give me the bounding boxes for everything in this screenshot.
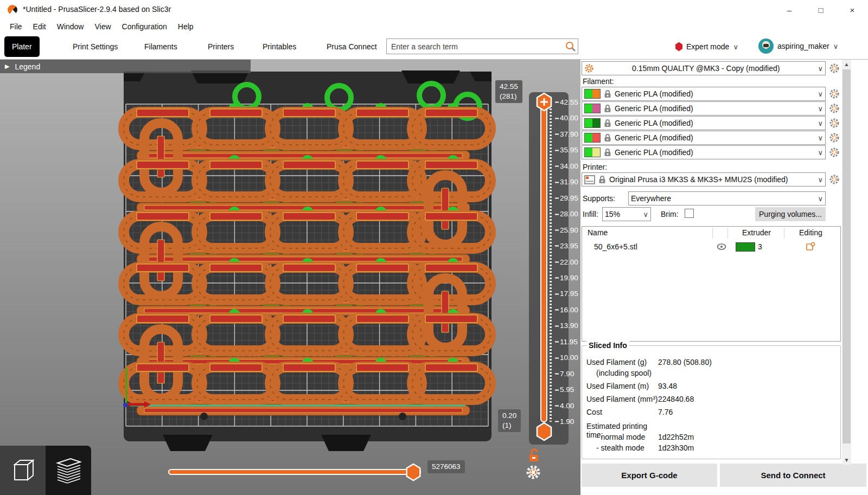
extruder-color-swatch[interactable] <box>736 242 755 252</box>
supports-combo[interactable]: Everywhere ∨ <box>628 191 826 205</box>
sliced-info-row: Used Filament (m)93.48 <box>586 382 836 390</box>
brim-checkbox[interactable] <box>685 209 694 218</box>
menu-item-view[interactable]: View <box>89 20 116 34</box>
layer-slider-bottom-handle[interactable] <box>535 422 553 441</box>
account-label: aspiring_maker <box>777 42 829 50</box>
filament-color-swatch <box>584 147 601 157</box>
tab-printers[interactable]: Printers <box>200 36 241 57</box>
purging-volumes-button[interactable]: Purging volumes... <box>755 207 826 221</box>
infill-combo[interactable]: 15% ∨ <box>602 207 651 221</box>
tab-plater[interactable]: Plater <box>4 36 40 57</box>
print-settings-combo[interactable]: 0.15mm QUALITY @MK3 - Copy (modified) ∨ <box>582 61 826 75</box>
menu-item-help[interactable]: Help <box>173 20 199 34</box>
col-name: Name <box>588 228 608 237</box>
printer-preset-value: Original Prusa i3 MK3S & MK3S+ MMU2S (mo… <box>609 175 814 184</box>
infill-value: 15% <box>605 210 640 218</box>
filament-name: Generic PLA (modified) <box>615 148 814 157</box>
filament-combo-1[interactable]: Generic PLA (modified)∨ <box>582 87 826 101</box>
printer-combo[interactable]: Original Prusa i3 MK3S & MK3S+ MMU2S (mo… <box>582 172 826 187</box>
chevron-down-icon: ∨ <box>643 210 648 218</box>
lock-icon <box>604 148 611 157</box>
filament-name: Generic PLA (modified) <box>615 133 814 142</box>
legend-expand-icon[interactable]: ▶ <box>5 63 9 70</box>
mode-selector[interactable]: Expert mode ∨ <box>675 38 738 55</box>
layer-tick-label: 28.00 <box>555 210 580 218</box>
scroll-down-icon[interactable]: ▼ <box>842 455 851 465</box>
object-row[interactable]: 50_6x6+5.stl 3 <box>582 241 840 254</box>
chevron-down-icon: ∨ <box>818 134 823 142</box>
printer-edit-gear[interactable] <box>829 174 840 185</box>
layer-tick-label: 29.95 <box>555 194 580 202</box>
mode-label: Expert mode <box>686 42 729 51</box>
tab-print-settings[interactable]: Print Settings <box>65 36 125 57</box>
filament-edit-gear-5[interactable] <box>829 147 840 158</box>
menu-item-edit[interactable]: Edit <box>28 20 52 34</box>
layer-tick-label: 4.00 <box>555 401 580 409</box>
filament-combo-5[interactable]: Generic PLA (modified)∨ <box>582 145 826 159</box>
window-title: *Untitled - PrusaSlicer-2.9.4 based on S… <box>23 5 171 14</box>
layer-tick-label: 7.90 <box>555 369 580 377</box>
supports-label: Supports: <box>583 194 615 203</box>
layer-tick-label: 42.55 <box>555 98 580 106</box>
layer-tick-label: 31.90 <box>555 178 580 186</box>
tab-filaments[interactable]: Filaments <box>137 36 185 57</box>
sidebar-scrollbar[interactable]: ▲ ▼ <box>842 60 851 465</box>
visibility-eye-icon[interactable] <box>717 243 726 250</box>
close-button[interactable]: × <box>837 0 868 20</box>
filament-edit-gear-1[interactable] <box>829 88 840 99</box>
print-settings-edit-gear[interactable] <box>829 63 840 74</box>
tab-prusa-connect[interactable]: Prusa Connect <box>319 36 385 57</box>
layer-tick-label: 10.00 <box>555 353 580 362</box>
move-slider-tooltip: 5276063 <box>427 460 465 473</box>
plater-3d-viewport[interactable]: ORIGINAL PRUSA i3 MK3 ▶ Legend 42.5540.0… <box>0 60 580 495</box>
chevron-down-icon: ∨ <box>733 43 738 51</box>
search-input[interactable] <box>387 42 564 51</box>
scrollbar-thumb[interactable] <box>843 69 851 443</box>
preview-view-button[interactable] <box>46 446 91 495</box>
minimize-button[interactable]: – <box>774 0 805 20</box>
layer-slider-ticks <box>550 102 552 422</box>
export-gcode-button[interactable]: Export G-code <box>582 464 717 487</box>
filament-combo-3[interactable]: Generic PLA (modified)∨ <box>582 116 826 130</box>
layer-tick-label: 23.95 <box>555 242 580 250</box>
scroll-up-icon[interactable]: ▲ <box>842 60 851 69</box>
layer-tick-label: 1.90 <box>555 417 580 426</box>
brim-label: Brim: <box>661 210 679 218</box>
filament-name: Generic PLA (modified) <box>615 89 814 98</box>
send-to-connect-button[interactable]: Send to Connect <box>720 464 866 487</box>
account-menu[interactable]: aspiring_maker ∨ <box>758 37 838 55</box>
filament-edit-gear-4[interactable] <box>829 132 840 143</box>
chevron-down-icon: ∨ <box>818 149 823 157</box>
search-icon[interactable] <box>564 40 578 53</box>
maximize-button[interactable]: □ <box>805 0 837 20</box>
menu-item-configuration[interactable]: Configuration <box>117 20 173 34</box>
search-box[interactable] <box>386 38 578 54</box>
layer-tick-label: 11.95 <box>555 337 580 345</box>
layer-slider-track[interactable] <box>540 101 547 422</box>
menu-item-file[interactable]: File <box>4 20 28 34</box>
chevron-down-icon: ∨ <box>818 65 823 73</box>
filament-edit-gear-3[interactable] <box>829 118 840 128</box>
filament-edit-gear-2[interactable] <box>829 103 840 114</box>
tab-printables[interactable]: Printables <box>255 36 304 57</box>
layer-slider-top-handle[interactable] <box>535 92 553 112</box>
sliced-info-row: Cost7.76 <box>586 408 836 416</box>
filament-color-swatch <box>584 104 601 113</box>
right-sidebar: 0.15mm QUALITY @MK3 - Copy (modified) ∨ … <box>580 60 868 495</box>
menu-item-window[interactable]: Window <box>52 20 90 34</box>
move-slider-handle[interactable] <box>405 463 422 481</box>
sliced-info-panel: Sliced Info Used Filament (g)278.80 (508… <box>582 345 841 459</box>
move-slider-track[interactable] <box>168 469 421 475</box>
chevron-down-icon: ∨ <box>818 195 823 203</box>
print-settings-gear-icon <box>584 63 594 73</box>
object-editing-icon[interactable] <box>806 242 815 252</box>
editor-view-button[interactable] <box>0 446 46 495</box>
filament-color-swatch <box>584 118 601 128</box>
filament-combo-4[interactable]: Generic PLA (modified)∨ <box>582 131 826 145</box>
lock-icon <box>604 133 611 142</box>
legend-bar[interactable]: ▶ Legend <box>0 60 251 73</box>
col-extruder: Extruder <box>742 228 771 237</box>
unlock-icon[interactable] <box>527 448 541 463</box>
slider-settings-gear-icon[interactable] <box>525 464 541 480</box>
filament-combo-2[interactable]: Generic PLA (modified)∨ <box>582 101 826 115</box>
